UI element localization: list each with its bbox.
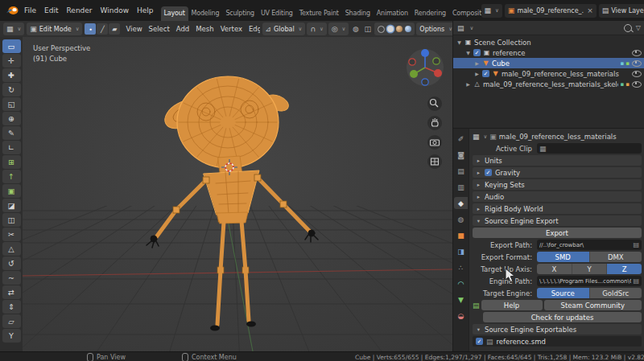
- properties-tab-object-icon[interactable]: ■: [454, 229, 468, 241]
- option-x-button[interactable]: X: [537, 264, 572, 274]
- tool-move-icon[interactable]: ✚: [2, 68, 21, 82]
- solid-shading-icon[interactable]: [387, 26, 394, 32]
- unlink-icon[interactable]: ×: [587, 6, 593, 14]
- outliner-row-male-09-reference-less-materials[interactable]: ▶✓▼male_09_reference_less_materials: [453, 68, 644, 79]
- panel-gravity[interactable]: ▸✓Gravity: [473, 167, 642, 178]
- outliner-row-reference[interactable]: ▼✓▣reference: [453, 47, 644, 58]
- workspace-tab-uv-editing[interactable]: UV Editing: [258, 6, 296, 21]
- folder-icon[interactable]: ▤: [633, 241, 639, 248]
- expander-icon[interactable]: ▶: [465, 81, 471, 87]
- steam-community-button[interactable]: Steam Community: [544, 300, 642, 310]
- properties-tab-render-icon[interactable]: ◙: [454, 149, 468, 161]
- camera-view-icon[interactable]: [427, 135, 442, 150]
- path-input-engine-path[interactable]: \.\.\.\.\.\Program Files...common\Garrys…: [537, 276, 642, 286]
- menu-edit[interactable]: Edit: [40, 6, 62, 14]
- properties-tab-view-layer-icon[interactable]: ▥: [454, 181, 468, 193]
- viewport-menu-select[interactable]: Select: [146, 25, 173, 33]
- checkbox-icon[interactable]: ✓: [482, 70, 489, 77]
- properties-tab-object-data-icon[interactable]: ▼: [454, 293, 468, 306]
- workspace-tab-texture-paint[interactable]: Texture Paint: [296, 6, 342, 21]
- tool-transform-icon[interactable]: ⊕: [2, 112, 21, 125]
- vertex-select-button[interactable]: ∙: [85, 23, 96, 35]
- checkbox-icon[interactable]: ✓: [485, 169, 492, 176]
- proportional-editing-dropdown[interactable]: ◎ ∨: [328, 23, 349, 35]
- snap-toggle[interactable]: ∩ ∨: [307, 23, 326, 35]
- export-button[interactable]: Export: [473, 228, 642, 238]
- perspective-toggle-icon[interactable]: [427, 154, 442, 169]
- menu-render[interactable]: Render: [63, 6, 97, 14]
- viewport-menu-vertex[interactable]: Vertex: [217, 25, 246, 33]
- tool-smooth-icon[interactable]: ~: [2, 271, 21, 285]
- expander-icon[interactable]: ▼: [456, 39, 462, 45]
- folder-icon[interactable]: ▤: [633, 277, 639, 285]
- navigation-gizmo[interactable]: [406, 48, 444, 87]
- options-dropdown[interactable]: Options ∨: [416, 23, 456, 35]
- properties-tab-tool-icon[interactable]: ✐: [454, 133, 468, 145]
- visibility-eye-icon[interactable]: [632, 60, 642, 67]
- checkbox-icon[interactable]: ✓: [476, 338, 483, 345]
- rendered-shading-icon[interactable]: [405, 26, 411, 32]
- properties-tab-scene-icon[interactable]: ◆: [454, 197, 468, 209]
- pan-hand-icon[interactable]: [427, 116, 442, 130]
- option-z-button[interactable]: Z: [607, 264, 642, 274]
- option-smd-button[interactable]: SMD: [537, 252, 590, 262]
- tool-scale-icon[interactable]: ◱: [2, 97, 21, 111]
- panel-units[interactable]: ▸Units: [473, 155, 642, 166]
- transform-orientation-dropdown[interactable]: ⊿ Global ∨: [262, 23, 306, 35]
- tool-rip-region-icon[interactable]: Y: [2, 329, 21, 343]
- visibility-eye-icon[interactable]: [632, 81, 642, 88]
- viewport-menu-mesh[interactable]: Mesh: [192, 25, 217, 33]
- option-source-button[interactable]: Source: [537, 288, 590, 298]
- tool-loop-cut-icon[interactable]: ◫: [2, 213, 21, 227]
- tool-poly-build-icon[interactable]: △: [2, 242, 21, 256]
- active-clip-dropdown[interactable]: ▦: [537, 143, 642, 154]
- workspace-tab-modeling[interactable]: Modeling: [188, 6, 223, 21]
- option-y-button[interactable]: Y: [572, 264, 608, 274]
- tool-cursor-icon[interactable]: ✛: [2, 54, 21, 68]
- panel-keying-sets[interactable]: ▸Keying Sets: [473, 179, 642, 190]
- expander-icon[interactable]: ▶: [474, 71, 480, 76]
- checkbox-icon[interactable]: ✓: [473, 49, 481, 56]
- tool-measure-icon[interactable]: ∟: [2, 141, 21, 154]
- exportable-item[interactable]: ✓▤reference.smd: [473, 336, 642, 347]
- tool-bevel-icon[interactable]: ◪: [2, 199, 21, 212]
- tool-knife-icon[interactable]: ✂: [2, 228, 21, 241]
- wireframe-shading-icon[interactable]: [378, 26, 385, 33]
- tool-rotate-icon[interactable]: ↻: [2, 83, 21, 96]
- viewport-3d[interactable]: User Perspective (91) Cube: [23, 37, 452, 351]
- outliner-row-cube[interactable]: ▶▼Cube▪▪: [453, 58, 644, 68]
- option-goldsrc-button[interactable]: GoldSrc: [590, 288, 642, 298]
- panel-rigid-body-world[interactable]: ▸Rigid Body World: [473, 203, 642, 214]
- panel-source-engine-exportables[interactable]: ▾ Source Engine Exportables: [473, 324, 642, 334]
- tool-shrink-fatten-icon[interactable]: ⇕: [2, 300, 21, 314]
- viewport-menu-edge[interactable]: Edge: [246, 25, 260, 33]
- filter-funnel-icon[interactable]: ▽: [636, 24, 641, 31]
- check-updates-button[interactable]: Check for updates: [483, 312, 642, 322]
- tool-inset-faces-icon[interactable]: ▣: [2, 184, 21, 198]
- panel-source-engine-export[interactable]: ▾ Source Engine Export: [473, 215, 642, 226]
- properties-tab-output-icon[interactable]: ▤: [454, 165, 468, 177]
- xray-toggle-icon[interactable]: ◫: [362, 24, 373, 35]
- option-dmx-button[interactable]: DMX: [590, 252, 642, 262]
- workspace-tab-animation[interactable]: Animation: [374, 6, 411, 21]
- tool-add-cube-icon[interactable]: ⊞: [2, 155, 21, 169]
- properties-tab-particles-icon[interactable]: ∴: [454, 261, 468, 273]
- menu-window[interactable]: Window: [97, 6, 134, 14]
- blender-logo-icon[interactable]: [4, 3, 20, 18]
- properties-tab-world-icon[interactable]: ◍: [454, 213, 468, 225]
- menu-help[interactable]: Help: [133, 6, 158, 14]
- tool-extrude-region-icon[interactable]: ↑: [2, 170, 21, 183]
- material-shading-icon[interactable]: [396, 26, 402, 32]
- properties-tab-physics-icon[interactable]: ◠: [454, 277, 468, 289]
- path-input-export-path[interactable]: //..\for_crowbar\▤: [537, 240, 642, 250]
- expander-icon[interactable]: ▼: [465, 50, 471, 55]
- scene-browse-button[interactable]: ▦ ∨: [481, 4, 502, 18]
- viewport-menu-view[interactable]: View: [122, 25, 145, 33]
- workspace-tab-layout[interactable]: Layout: [161, 6, 188, 21]
- face-select-button[interactable]: ▰: [109, 23, 120, 35]
- mode-dropdown[interactable]: ▣ Edit Mode ∨: [27, 23, 82, 35]
- visibility-eye-icon[interactable]: [632, 71, 642, 77]
- workspace-tab-sculpting[interactable]: Sculpting: [222, 6, 258, 21]
- workspace-tab-rendering[interactable]: Rendering: [411, 6, 449, 21]
- edge-select-button[interactable]: ╱: [97, 23, 108, 35]
